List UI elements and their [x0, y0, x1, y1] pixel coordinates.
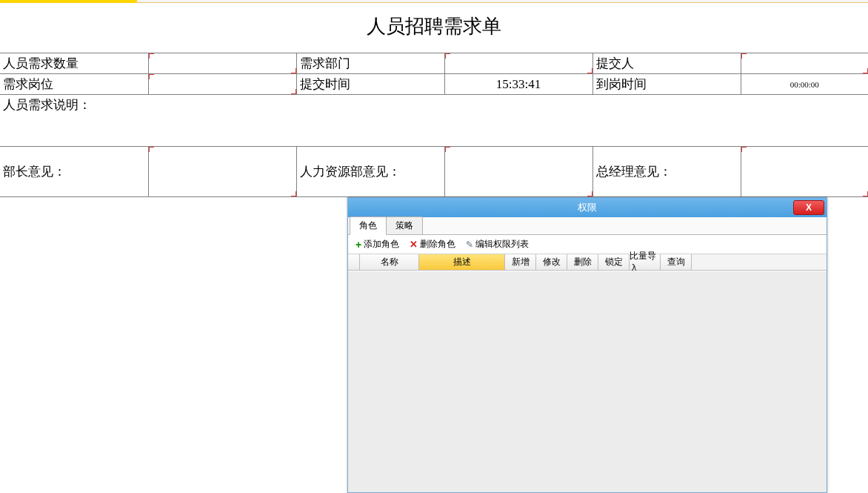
edit-permlist-button[interactable]: ✎ 编辑权限列表	[463, 236, 532, 252]
add-role-label: 添加角色	[364, 238, 399, 251]
form-table: 人员需求数量 需求部门 提交人 需求岗位 提交时间 15:33:41 到岗时间 …	[0, 53, 868, 197]
delete-role-label: 删除角色	[420, 238, 455, 251]
opinion2-field[interactable]	[444, 147, 592, 197]
opinion1-field[interactable]	[148, 147, 296, 197]
dialog-titlebar[interactable]: 权限 X	[348, 198, 827, 217]
grid-header-add[interactable]: 新增	[505, 254, 536, 270]
submit-time-label: 提交时间	[296, 74, 444, 95]
tab-policy[interactable]: 策略	[386, 216, 423, 234]
opinion1-label: 部长意见：	[0, 147, 148, 197]
submitter-label: 提交人	[592, 53, 741, 74]
tab-role[interactable]: 角色	[350, 216, 387, 235]
opinion2-label: 人力资源部意见：	[296, 147, 444, 197]
grid-header-mod[interactable]: 修改	[536, 254, 567, 270]
grid-header-query[interactable]: 查询	[661, 254, 692, 270]
opinion3-field[interactable]	[741, 147, 868, 197]
plus-icon: +	[355, 239, 361, 251]
submitter-field[interactable]	[741, 53, 868, 74]
qty-label: 人员需求数量	[0, 53, 148, 74]
submit-time-value[interactable]: 15:33:41	[444, 74, 592, 95]
dialog-title: 权限	[578, 201, 597, 214]
arrival-time-value[interactable]: 00:00:00	[741, 74, 868, 95]
add-role-button[interactable]: + 添加角色	[353, 236, 402, 252]
grid-header-batch[interactable]: 比量导入	[630, 254, 661, 270]
grid-body[interactable]	[348, 271, 827, 492]
permissions-dialog: 权限 X 角色 策略 + 添加角色 ✕ 删除角色 ✎ 编辑权限列表 名称 描述 …	[347, 197, 827, 493]
post-label: 需求岗位	[0, 74, 148, 95]
qty-field[interactable]	[148, 53, 296, 74]
wrench-icon: ✎	[466, 239, 473, 250]
grid-header-name[interactable]: 名称	[360, 254, 419, 270]
arrival-time-label: 到岗时间	[592, 74, 741, 95]
dialog-close-button[interactable]: X	[793, 200, 824, 215]
grid-header: 名称 描述 新增 修改 删除 锁定 比量导入 查询	[348, 254, 827, 271]
opinion3-label: 总经理意见：	[592, 147, 741, 197]
delete-role-button[interactable]: ✕ 删除角色	[407, 236, 458, 252]
form-title: 人员招聘需求单	[0, 6, 868, 53]
grid-header-stub[interactable]	[348, 254, 360, 270]
post-field[interactable]	[148, 74, 296, 95]
dept-label: 需求部门	[296, 53, 444, 74]
edit-permlist-label: 编辑权限列表	[475, 238, 529, 251]
dept-field[interactable]	[444, 53, 592, 74]
grid-header-desc[interactable]: 描述	[419, 254, 505, 270]
grid-header-lock[interactable]: 锁定	[598, 254, 630, 270]
dialog-tabs: 角色 策略	[348, 217, 827, 235]
grid-header-del[interactable]: 删除	[567, 254, 598, 270]
dialog-toolbar: + 添加角色 ✕ 删除角色 ✎ 编辑权限列表	[348, 235, 827, 254]
desc-label[interactable]: 人员需求说明：	[0, 95, 868, 147]
x-icon: ✕	[410, 239, 418, 250]
close-icon: X	[806, 202, 812, 213]
form-sheet: 人员招聘需求单 人员需求数量 需求部门 提交人 需求岗位 提交时间 15:33:…	[0, 3, 868, 197]
